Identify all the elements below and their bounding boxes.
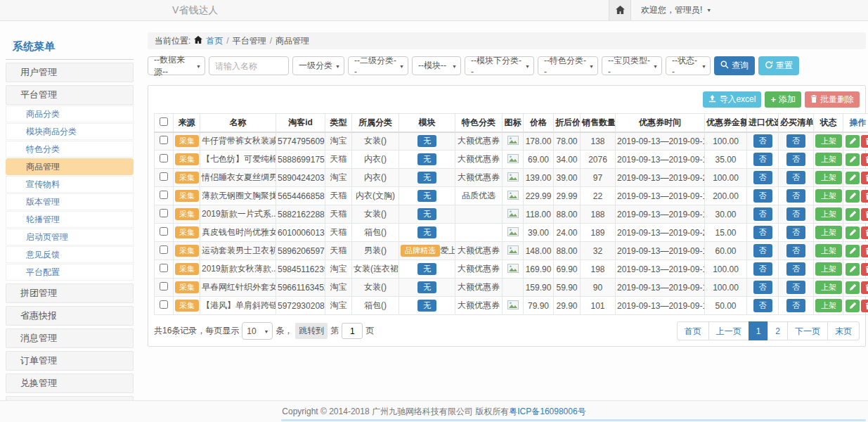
sidebar-item-top[interactable]: 订单管理 bbox=[6, 351, 134, 371]
delete-button[interactable] bbox=[861, 190, 868, 203]
delete-button[interactable] bbox=[861, 172, 868, 184]
icp-link[interactable]: 粤ICP备16098006号 bbox=[509, 407, 585, 416]
sidebar-item-sub[interactable]: 特色分类 bbox=[6, 141, 134, 158]
status-button[interactable]: 上架 bbox=[815, 281, 842, 294]
filter-select-module[interactable]: --模块--▼ bbox=[412, 56, 461, 75]
import-select-toggle[interactable]: 否 bbox=[753, 226, 772, 239]
row-checkbox[interactable] bbox=[160, 245, 168, 254]
import-select-toggle[interactable]: 否 bbox=[753, 189, 772, 203]
status-button[interactable]: 上架 bbox=[815, 171, 842, 184]
edit-button[interactable] bbox=[846, 245, 860, 257]
row-checkbox[interactable] bbox=[160, 172, 168, 181]
row-checkbox[interactable] bbox=[160, 227, 168, 236]
edit-button[interactable] bbox=[846, 153, 860, 166]
batch-delete-button[interactable]: 批量删除 bbox=[805, 91, 860, 108]
sidebar-item-top[interactable]: 平台管理 bbox=[6, 85, 134, 105]
sidebar-item-top[interactable]: 省惠快报 bbox=[6, 306, 134, 326]
reset-button[interactable]: 重置 bbox=[758, 56, 799, 75]
import-excel-button[interactable]: 导入excel bbox=[703, 91, 761, 108]
edit-button[interactable] bbox=[846, 208, 860, 221]
select-all-checkbox[interactable] bbox=[160, 117, 168, 126]
delete-button[interactable] bbox=[861, 226, 868, 239]
sidebar-item-sub[interactable]: 版本管理 bbox=[6, 193, 134, 210]
pager-button[interactable]: 末页 bbox=[827, 321, 860, 340]
filter-select-module-sub[interactable]: --模块下分类--▼ bbox=[465, 56, 534, 75]
pager-button[interactable]: 首页 bbox=[677, 321, 709, 340]
edit-button[interactable] bbox=[846, 281, 860, 294]
filter-select-data-source[interactable]: --数据来源--▼ bbox=[148, 56, 205, 75]
filter-select-status[interactable]: --状态--▼ bbox=[666, 56, 711, 75]
pager-button[interactable]: 2 bbox=[767, 321, 788, 340]
edit-button[interactable] bbox=[846, 300, 860, 312]
sidebar-item-sub[interactable]: 商品分类 bbox=[6, 106, 134, 122]
row-checkbox[interactable] bbox=[160, 282, 168, 290]
import-select-toggle[interactable]: 否 bbox=[753, 207, 772, 221]
status-button[interactable]: 上架 bbox=[815, 134, 842, 148]
pager-button[interactable]: 1 bbox=[749, 321, 769, 340]
filter-select-level2[interactable]: --二级分类--▼ bbox=[348, 56, 408, 75]
import-select-toggle[interactable]: 否 bbox=[753, 244, 772, 257]
delete-button[interactable] bbox=[861, 208, 868, 221]
row-checkbox[interactable] bbox=[160, 191, 168, 199]
filter-select-feature[interactable]: --特色分类--▼ bbox=[538, 56, 598, 75]
row-checkbox[interactable] bbox=[160, 154, 168, 162]
filter-select-level1[interactable]: 一级分类▼ bbox=[292, 56, 344, 75]
name-search-input[interactable] bbox=[209, 56, 289, 75]
status-button[interactable]: 上架 bbox=[815, 189, 842, 203]
import-select-toggle[interactable]: 否 bbox=[753, 262, 772, 276]
search-button[interactable]: 查询 bbox=[714, 56, 755, 75]
delete-button[interactable] bbox=[861, 281, 868, 294]
sidebar-item-sub[interactable]: 模块商品分类 bbox=[6, 123, 134, 140]
sidebar-item-sub[interactable]: 平台配置 bbox=[6, 264, 134, 281]
import-select-toggle[interactable]: 否 bbox=[753, 134, 772, 148]
sidebar-item-sub[interactable]: 宣传物料 bbox=[6, 176, 134, 193]
row-checkbox[interactable] bbox=[160, 209, 168, 217]
edit-button[interactable] bbox=[846, 190, 860, 203]
add-button[interactable]: + 添加 bbox=[765, 91, 801, 108]
page-jump-input[interactable] bbox=[342, 323, 363, 339]
sidebar-item-sub[interactable]: 意见反馈 bbox=[6, 246, 134, 263]
delete-button[interactable] bbox=[861, 263, 868, 276]
sidebar-item-sub[interactable]: 启动页管理 bbox=[6, 229, 134, 245]
must-buy-toggle[interactable]: 否 bbox=[786, 262, 805, 276]
sidebar-item-top[interactable]: 兑换管理 bbox=[6, 373, 134, 393]
sidebar-item-top[interactable]: 用户管理 bbox=[6, 63, 134, 82]
must-buy-toggle[interactable]: 否 bbox=[786, 244, 805, 257]
delete-button[interactable] bbox=[861, 153, 868, 166]
sidebar-item-top[interactable]: 拼团管理 bbox=[6, 283, 134, 303]
status-button[interactable]: 上架 bbox=[815, 207, 842, 221]
delete-button[interactable] bbox=[861, 245, 868, 257]
pager-button[interactable]: 上一页 bbox=[708, 321, 749, 340]
per-page-select[interactable]: 10▼ bbox=[242, 322, 273, 340]
sidebar-item-active[interactable]: 商品管理 bbox=[6, 158, 134, 175]
must-buy-toggle[interactable]: 否 bbox=[786, 299, 805, 312]
must-buy-toggle[interactable]: 否 bbox=[786, 171, 805, 184]
edit-button[interactable] bbox=[846, 135, 860, 148]
row-checkbox[interactable] bbox=[160, 264, 168, 272]
status-button[interactable]: 上架 bbox=[815, 262, 842, 276]
edit-button[interactable] bbox=[846, 263, 860, 276]
status-button[interactable]: 上架 bbox=[815, 299, 842, 312]
import-select-toggle[interactable]: 否 bbox=[753, 299, 772, 312]
must-buy-toggle[interactable]: 否 bbox=[786, 189, 805, 203]
jump-button[interactable]: 跳转到 bbox=[295, 323, 328, 339]
filter-select-item-type[interactable]: --宝贝类型--▼ bbox=[602, 56, 662, 75]
horizontal-scrollbar[interactable] bbox=[281, 419, 866, 421]
sidebar-item-sub[interactable]: 轮播管理 bbox=[6, 211, 134, 228]
import-select-toggle[interactable]: 否 bbox=[753, 281, 772, 294]
sidebar-item-top[interactable]: 消息管理 bbox=[6, 328, 134, 348]
import-select-toggle[interactable]: 否 bbox=[753, 153, 772, 166]
must-buy-toggle[interactable]: 否 bbox=[786, 134, 805, 148]
must-buy-toggle[interactable]: 否 bbox=[786, 207, 805, 221]
pager-button[interactable]: 下一页 bbox=[787, 321, 828, 340]
edit-button[interactable] bbox=[846, 172, 860, 184]
status-button[interactable]: 上架 bbox=[815, 226, 842, 239]
edit-button[interactable] bbox=[846, 226, 860, 239]
row-checkbox[interactable] bbox=[160, 136, 168, 144]
breadcrumb-home-link[interactable]: 首页 bbox=[206, 35, 223, 47]
must-buy-toggle[interactable]: 否 bbox=[786, 226, 805, 239]
must-buy-toggle[interactable]: 否 bbox=[786, 281, 805, 294]
must-buy-toggle[interactable]: 否 bbox=[786, 153, 805, 166]
status-button[interactable]: 上架 bbox=[815, 153, 842, 166]
row-checkbox[interactable] bbox=[160, 300, 168, 309]
